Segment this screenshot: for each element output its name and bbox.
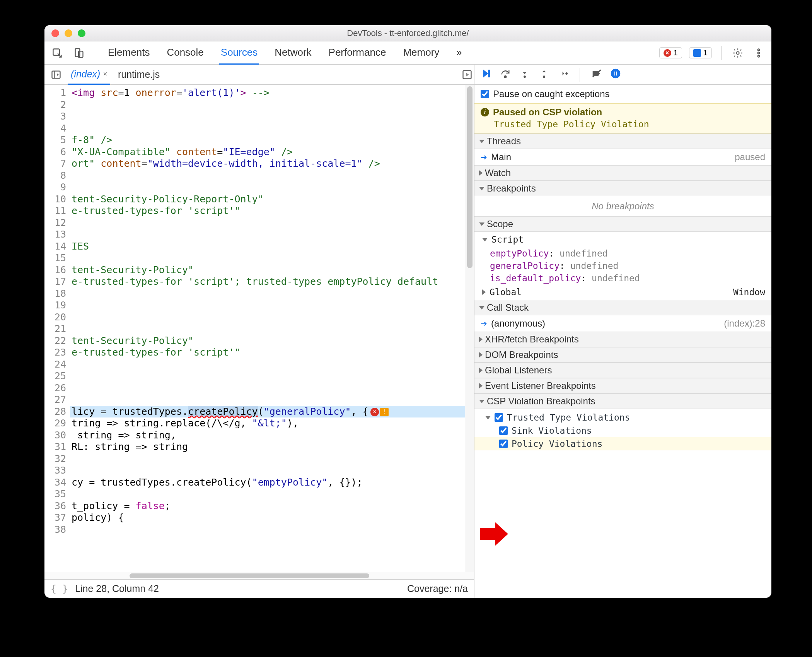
svg-point-4 [758, 49, 760, 51]
svg-point-12 [543, 75, 545, 78]
xhr-breakpoints-header[interactable]: XHR/fetch Breakpoints [474, 332, 771, 347]
window-title: DevTools - tt-enforced.glitch.me/ [44, 28, 771, 38]
svg-point-10 [505, 75, 507, 77]
run-snippet-icon[interactable] [460, 68, 474, 82]
svg-point-3 [737, 51, 739, 54]
scope-var[interactable]: emptyPolicy: undefined [474, 247, 771, 260]
scope-var[interactable]: is_default_policy: undefined [474, 272, 771, 284]
threads-header[interactable]: Threads [474, 133, 771, 149]
vertical-scrollbar[interactable] [465, 85, 474, 572]
csp-policy-violations[interactable]: Policy Violations [474, 437, 771, 450]
scope-header[interactable]: Scope [474, 216, 771, 232]
horizontal-scrollbar[interactable] [44, 572, 474, 579]
scope-var[interactable]: generalPolicy: undefined [474, 260, 771, 272]
breakpoints-header[interactable]: Breakpoints [474, 181, 771, 196]
tab-sources[interactable]: Sources [219, 41, 259, 65]
scope-global[interactable]: GlobalWindow [474, 284, 771, 300]
svg-point-13 [565, 72, 568, 75]
statusbar: { } Line 28, Column 42 Coverage: n/a [44, 579, 474, 598]
main-tabs: Elements Console Sources Network Perform… [106, 41, 464, 65]
svg-point-11 [524, 75, 526, 78]
dom-breakpoints-header[interactable]: DOM Breakpoints [474, 347, 771, 363]
step-over-icon[interactable] [500, 68, 511, 81]
kebab-menu-icon[interactable] [752, 46, 766, 60]
cursor-position: Line 28, Column 42 [75, 583, 159, 594]
svg-rect-7 [52, 71, 60, 78]
deactivate-breakpoints-icon[interactable] [591, 68, 602, 81]
watch-header[interactable]: Watch [474, 165, 771, 181]
step-out-icon[interactable] [539, 68, 549, 81]
svg-rect-15 [614, 71, 616, 76]
paused-banner: iPaused on CSP violation Trusted Type Po… [474, 103, 771, 133]
callstack-header[interactable]: Call Stack [474, 300, 771, 315]
pause-exceptions-icon[interactable] [610, 68, 621, 81]
csp-violation-breakpoints-header[interactable]: CSP Violation Breakpoints [474, 394, 771, 409]
svg-rect-9 [488, 70, 490, 77]
resume-icon[interactable] [481, 68, 491, 81]
debugger-pane: Pause on caught exceptions iPaused on CS… [474, 65, 771, 598]
csp-sink-checkbox[interactable] [499, 426, 508, 435]
scope-script[interactable]: Script [474, 232, 771, 247]
svg-point-5 [758, 52, 760, 54]
close-tab-icon[interactable]: × [103, 70, 107, 78]
file-tabs-row: (index) × runtime.js [44, 65, 474, 85]
tab-elements[interactable]: Elements [106, 41, 151, 65]
settings-icon[interactable] [731, 46, 745, 60]
csp-trusted-type[interactable]: Trusted Type Violations [474, 411, 771, 424]
csp-policy-checkbox[interactable] [499, 440, 508, 448]
svg-rect-1 [75, 48, 80, 56]
main-toolbar: Elements Console Sources Network Perform… [44, 41, 771, 65]
global-listeners-header[interactable]: Global Listeners [474, 363, 771, 378]
message-badge[interactable]: 1 [689, 47, 712, 58]
tab-console[interactable]: Console [165, 41, 205, 65]
error-badge[interactable]: ×1 [659, 47, 682, 58]
svg-point-6 [758, 55, 760, 57]
inspect-icon[interactable] [50, 46, 64, 60]
no-breakpoints: No breakpoints [474, 196, 771, 216]
tab-network[interactable]: Network [273, 41, 313, 65]
info-icon: i [481, 108, 489, 116]
navigator-toggle-icon[interactable] [49, 68, 63, 82]
csp-tt-checkbox[interactable] [495, 413, 503, 422]
csp-sink-violations[interactable]: Sink Violations [474, 424, 771, 437]
tabs-overflow[interactable]: » [455, 41, 463, 65]
file-tab-runtime[interactable]: runtime.js [115, 65, 163, 84]
pretty-print-icon[interactable]: { } [51, 583, 68, 594]
coverage-status: Coverage: n/a [407, 583, 468, 594]
device-toggle-icon[interactable] [72, 46, 86, 60]
tab-performance[interactable]: Performance [327, 41, 388, 65]
pause-caught-checkbox[interactable] [481, 90, 489, 98]
step-icon[interactable] [558, 68, 569, 81]
tab-memory[interactable]: Memory [401, 41, 441, 65]
annotation-arrow-icon [478, 520, 509, 548]
step-into-icon[interactable] [519, 68, 530, 81]
pause-caught-label: Pause on caught exceptions [493, 89, 610, 99]
event-listener-breakpoints-header[interactable]: Event Listener Breakpoints [474, 378, 771, 394]
callstack-frame[interactable]: ➔(anonymous) (index):28 [474, 315, 771, 332]
debug-toolbar [474, 65, 771, 85]
svg-rect-16 [616, 71, 617, 76]
code-editor[interactable]: 1234567891011121314151617181920212223242… [44, 85, 474, 572]
thread-main[interactable]: ➔Main paused [474, 149, 771, 165]
file-tab-index[interactable]: (index) × [68, 65, 110, 85]
devtools-window: DevTools - tt-enforced.glitch.me/ Elemen… [44, 25, 771, 598]
titlebar: DevTools - tt-enforced.glitch.me/ [44, 25, 771, 41]
